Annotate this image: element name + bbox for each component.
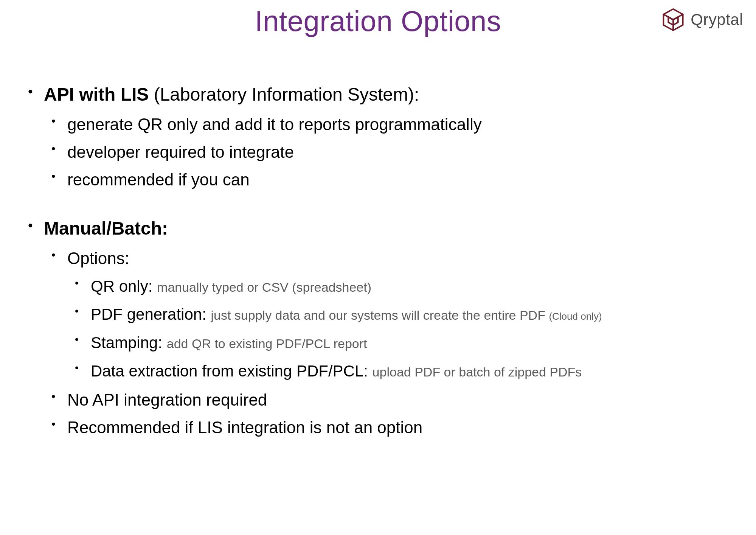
option-pdf-note: (Cloud only) xyxy=(549,311,602,322)
option-extract: Data extraction from existing PDF/PCL: u… xyxy=(67,361,733,382)
option-qr-only: QR only: manually typed or CSV (spreadsh… xyxy=(67,276,733,297)
api-head-rest: (Laboratory Information System): xyxy=(149,84,419,104)
manual-bullet-noapi: No API integration required xyxy=(44,389,733,411)
api-bullet-2: developer required to integrate xyxy=(44,141,733,163)
section-api-heading: API with LIS (Laboratory Information Sys… xyxy=(44,83,733,106)
brand-name: Qryptal xyxy=(691,11,743,29)
option-stamping-line: Stamping: add QR to existing PDF/PCL rep… xyxy=(91,332,733,354)
section-api: API with LIS (Laboratory Information Sys… xyxy=(23,83,733,191)
option-pdf-gen-line: PDF generation: just supply data and our… xyxy=(91,304,733,325)
option-extract-head: Data extraction from existing PDF/PCL: xyxy=(91,362,373,380)
api-bullet-2-text: developer required to integrate xyxy=(67,141,733,163)
cube-icon xyxy=(661,8,685,32)
manual-rec-text: Recommended if LIS integration is not an… xyxy=(67,417,733,438)
slide: Integration Options Qryptal API wi xyxy=(0,0,756,535)
manual-options-label: Options: xyxy=(67,247,733,269)
option-stamping: Stamping: add QR to existing PDF/PCL rep… xyxy=(67,332,733,354)
option-qr-only-line: QR only: manually typed or CSV (spreadsh… xyxy=(91,276,733,297)
option-extract-desc: upload PDF or batch of zipped PDFs xyxy=(373,365,582,379)
option-stamp-head: Stamping: xyxy=(91,334,167,351)
option-pdf-head: PDF generation: xyxy=(91,305,211,323)
option-stamp-desc: add QR to existing PDF/PCL report xyxy=(167,336,367,351)
api-bullet-1: generate QR only and add it to reports p… xyxy=(44,114,733,135)
option-pdf-desc: just supply data and our systems will cr… xyxy=(211,308,549,322)
slide-title: Integration Options xyxy=(0,5,756,37)
option-pdf-gen: PDF generation: just supply data and our… xyxy=(67,304,733,325)
option-extract-line: Data extraction from existing PDF/PCL: u… xyxy=(91,361,733,382)
brand-block: Qryptal xyxy=(661,8,743,32)
api-bullet-3: recommended if you can xyxy=(44,169,733,190)
manual-noapi-text: No API integration required xyxy=(67,389,733,411)
api-bullet-1-text: generate QR only and add it to reports p… xyxy=(67,114,733,135)
option-qr-desc: manually typed or CSV (spreadsheet) xyxy=(157,280,371,294)
manual-options: Options: QR only: manually typed or CSV … xyxy=(44,247,733,382)
content-area: API with LIS (Laboratory Information Sys… xyxy=(23,83,733,445)
api-head-bold: API with LIS xyxy=(44,84,149,104)
option-qr-head: QR only: xyxy=(91,277,157,295)
section-manual: Manual/Batch: Options: QR only: manually… xyxy=(23,217,733,438)
manual-bullet-rec: Recommended if LIS integration is not an… xyxy=(44,417,733,438)
section-manual-heading: Manual/Batch: xyxy=(44,217,733,240)
api-bullet-3-text: recommended if you can xyxy=(67,169,733,190)
manual-head: Manual/Batch: xyxy=(44,218,168,238)
